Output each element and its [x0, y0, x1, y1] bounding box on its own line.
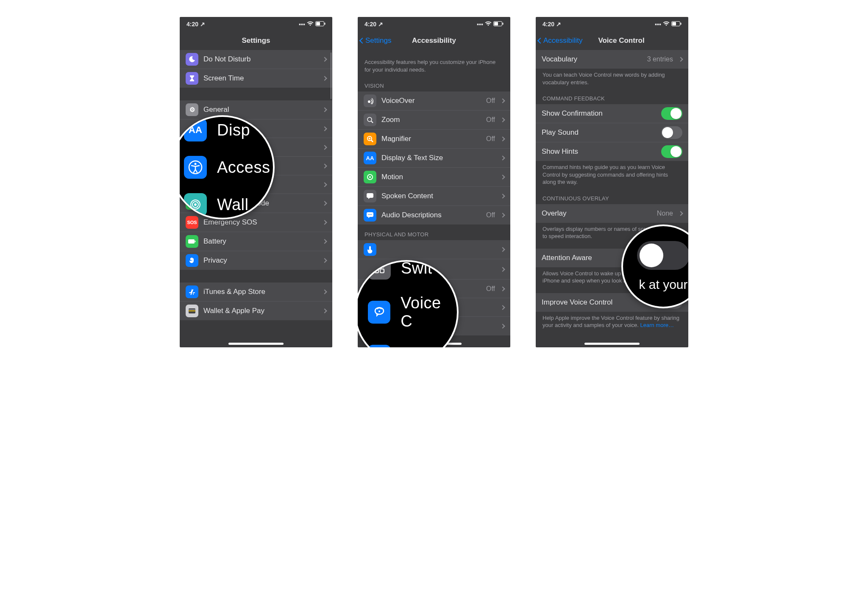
row-touch[interactable] [358, 240, 510, 259]
chevron-right-icon [500, 213, 505, 217]
back-button[interactable]: Accessibility [538, 36, 583, 45]
chevron-right-icon [678, 57, 683, 61]
row-label: Zoom [381, 116, 486, 124]
row-screen-time[interactable]: Screen Time [180, 69, 332, 88]
svg-rect-9 [189, 309, 195, 310]
row-magnifier[interactable]: Magnifier Off [358, 130, 510, 149]
svg-rect-44 [681, 23, 682, 25]
nav-bar: Accessibility Voice Control [536, 31, 688, 50]
back-label: Settings [365, 36, 391, 45]
row-battery[interactable]: Battery [180, 232, 332, 251]
svg-rect-45 [672, 22, 676, 25]
svg-rect-10 [189, 310, 195, 311]
svg-point-12 [195, 163, 197, 165]
row-value: Off [486, 97, 495, 105]
svg-rect-38 [380, 269, 384, 273]
svg-rect-17 [503, 23, 504, 25]
chevron-left-icon [537, 38, 543, 44]
chevron-right-icon [322, 258, 327, 263]
chevron-right-icon [500, 155, 505, 160]
chevron-right-icon [322, 182, 327, 187]
sos-icon: SOS [186, 216, 198, 229]
toggle-show-hints[interactable] [661, 145, 682, 158]
chevron-right-icon [500, 267, 505, 272]
chevron-right-icon [322, 220, 327, 224]
row-label: Motion [381, 173, 499, 181]
row-sos[interactable]: SOS Emergency SOS [180, 213, 332, 232]
row-label: VoiceOver [381, 97, 486, 105]
location-icon: ↗ [200, 21, 205, 28]
chevron-right-icon [500, 324, 505, 328]
signal-icon: ▪▪▪ [477, 21, 483, 28]
cmd-footer: Command hints help guide you as you lear… [536, 161, 688, 188]
row-general[interactable]: ⚙︎ General [180, 100, 332, 119]
chevron-right-icon [500, 247, 505, 252]
row-label: Do Not Disturb [203, 55, 321, 64]
row-overlay[interactable]: Overlay None [536, 204, 688, 223]
row-privacy[interactable]: Privacy [180, 251, 332, 270]
toggle-show-confirmation[interactable] [661, 107, 682, 120]
svg-point-34 [371, 214, 372, 215]
touch-icon [364, 243, 376, 256]
svg-point-33 [370, 214, 370, 215]
home-indicator[interactable] [228, 343, 284, 345]
learn-more-link[interactable]: Learn more… [640, 322, 674, 328]
signal-icon: ▪▪▪ [655, 21, 661, 28]
row-do-not-disturb[interactable]: Do Not Disturb [180, 50, 332, 69]
row-audio-desc[interactable]: Audio Descriptions Off [358, 206, 510, 224]
svg-point-19 [368, 100, 370, 103]
voice-control-icon [368, 301, 390, 324]
scrollbar[interactable] [331, 53, 332, 99]
mag-text: k at your [639, 277, 687, 292]
svg-rect-1 [325, 23, 326, 25]
row-label: iTunes & App Store [203, 288, 321, 296]
row-zoom[interactable]: Zoom Off [358, 111, 510, 130]
row-spoken[interactable]: Spoken Content [358, 187, 510, 206]
row-voiceover[interactable]: VoiceOver Off [358, 91, 510, 111]
svg-point-20 [367, 117, 372, 122]
row-motion[interactable]: Motion [358, 168, 510, 187]
signal-icon: ▪▪▪ [299, 21, 305, 28]
row-show-hints: Show Hints [536, 142, 688, 161]
row-value: Off [486, 135, 495, 143]
svg-line-21 [371, 121, 373, 123]
voiceover-icon [364, 94, 376, 107]
chevron-right-icon [500, 305, 505, 310]
row-itunes[interactable]: iTunes & App Store [180, 283, 332, 302]
chevron-right-icon [500, 194, 505, 198]
wifi-icon [663, 21, 670, 28]
location-icon: ↗ [378, 21, 383, 28]
row-label: Show Confirmation [542, 109, 661, 118]
mag-label: Disp [217, 121, 250, 139]
row-label: Overlay [542, 209, 657, 218]
back-button[interactable]: Settings [360, 36, 391, 45]
svg-point-13 [194, 203, 197, 206]
chevron-right-icon [500, 117, 505, 122]
svg-rect-7 [195, 241, 196, 242]
status-time: 4:20 [542, 21, 554, 28]
home-indicator[interactable] [584, 343, 640, 345]
row-value: Off [486, 116, 495, 124]
battery-icon [315, 21, 326, 28]
row-label: Audio Descriptions [381, 211, 486, 219]
row-label: Spoken Content [381, 192, 499, 200]
toggle-play-sound[interactable] [661, 126, 682, 139]
row-label: Play Sound [542, 128, 661, 137]
svg-point-41 [378, 310, 380, 312]
row-vocabulary[interactable]: Vocabulary 3 entries [536, 50, 688, 69]
chevron-right-icon [322, 145, 327, 150]
row-label: Wallet & Apple Pay [203, 307, 321, 315]
chevron-right-icon [322, 107, 327, 112]
row-value: 3 entries [647, 55, 673, 63]
chevron-right-icon [500, 98, 505, 103]
moon-icon [186, 53, 198, 66]
row-display-text[interactable]: AA Display & Text Size [358, 149, 510, 168]
svg-rect-18 [494, 22, 498, 25]
magnifier-icon [364, 133, 376, 145]
row-wallet[interactable]: Wallet & Apple Pay [180, 302, 332, 320]
svg-rect-6 [188, 239, 195, 244]
row-value: Off [486, 285, 495, 293]
wifi-icon [485, 21, 492, 28]
section-header-physical: Physical and Motor [358, 224, 510, 240]
nav-bar: Settings Accessibility [358, 31, 510, 50]
